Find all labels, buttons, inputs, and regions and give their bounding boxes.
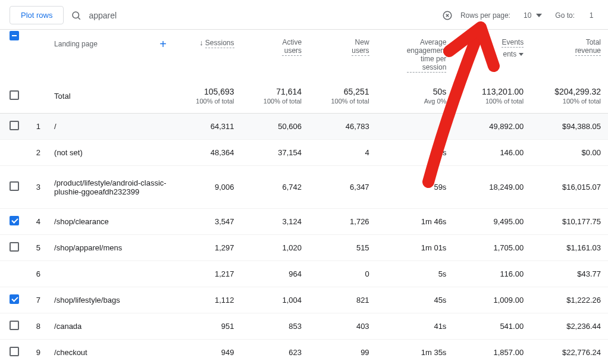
caret-down-icon <box>519 53 524 56</box>
avg-engagement-cell: 1m 35s <box>377 340 454 365</box>
new-users-cell: 4 <box>309 140 377 166</box>
table-row: 9/checkout949623991m 35s1,857.00$22,776.… <box>0 340 608 365</box>
table-row: 5/shop/apparel/mens1,2971,0205151m 01s1,… <box>0 235 608 261</box>
active-users-cell: 623 <box>242 340 309 365</box>
table-row: 8/canada95185340341s541.00$2,236.44 <box>0 313 608 340</box>
avg-engagement-cell: s <box>377 140 454 166</box>
row-index: 4 <box>29 209 47 235</box>
revenue-cell: $1,161.03 <box>531 235 608 261</box>
active-users-cell: 1,020 <box>242 235 309 261</box>
avg-engagement-cell: 59s <box>377 166 454 209</box>
landing-page-cell: / <box>47 114 174 140</box>
sessions-cell: 64,311 <box>174 114 242 140</box>
active-users-cell: 6,742 <box>242 166 309 209</box>
revenue-cell: $0.00 <box>531 140 608 166</box>
row-checkbox[interactable] <box>10 347 19 356</box>
row-index: 1 <box>29 114 47 140</box>
row-index: 6 <box>29 261 47 287</box>
total-active-users: 71,614 <box>249 87 302 96</box>
new-users-cell: 99 <box>309 340 377 365</box>
sessions-cell: 951 <box>174 313 242 340</box>
new-users-cell: 6,347 <box>309 166 377 209</box>
avg-engagement-cell: 1m 01s <box>377 235 454 261</box>
row-checkbox[interactable] <box>10 321 19 330</box>
landing-page-cell: /checkout <box>47 340 174 365</box>
sessions-cell: 48,364 <box>174 140 242 166</box>
landing-page-cell: /shop/apparel/mens <box>47 235 174 261</box>
column-events[interactable]: Events ents <box>453 30 531 77</box>
table-row: 61,21796405s116.00$43.77 <box>0 261 608 287</box>
close-circle-icon <box>442 10 453 21</box>
column-active-users[interactable]: Active users <box>242 30 309 77</box>
table-row: 3/product/lifestyle/android-classic-plus… <box>0 166 608 209</box>
avg-engagement-cell: 45s <box>377 287 454 313</box>
revenue-cell: $22,776.24 <box>531 340 608 365</box>
row-checkbox[interactable] <box>10 216 19 225</box>
row-checkbox[interactable] <box>10 181 19 191</box>
events-cell: 146.00 <box>453 140 531 166</box>
events-cell: 1,857.00 <box>453 340 531 365</box>
row-index: 5 <box>29 235 47 261</box>
revenue-cell: $16,015.07 <box>531 166 608 209</box>
row-index: 3 <box>29 166 47 209</box>
events-cell: 1,705.00 <box>453 235 531 261</box>
plot-rows-button[interactable]: Plot rows <box>10 6 64 24</box>
active-users-cell: 3,124 <box>242 209 309 235</box>
total-sessions: 105,693 <box>181 87 234 96</box>
table-row: 2(not set)48,36437,1544s146.00$0.00 <box>0 140 608 166</box>
sessions-cell: 1,112 <box>174 287 242 313</box>
events-cell: 116.00 <box>453 261 531 287</box>
events-cell: 49,892.00 <box>453 114 531 140</box>
select-all-checkbox[interactable] <box>10 31 19 40</box>
rows-per-page-select[interactable]: 10 <box>520 9 546 22</box>
row-index: 8 <box>29 313 47 340</box>
active-users-cell: 50,606 <box>242 114 309 140</box>
column-avg-engagement[interactable]: Average engagement time per session <box>377 30 454 77</box>
landing-page-cell <box>47 261 174 287</box>
avg-engagement-cell: 1m 46s <box>377 209 454 235</box>
active-users-cell: 37,154 <box>242 140 309 166</box>
landing-page-cell: /shop/clearance <box>47 209 174 235</box>
sessions-cell: 3,547 <box>174 209 242 235</box>
column-landing-page: Landing page <box>54 40 98 48</box>
row-checkbox[interactable] <box>10 294 19 304</box>
goto-input[interactable]: 1 <box>584 11 598 20</box>
total-new-users: 65,251 <box>316 87 369 96</box>
svg-point-0 <box>73 12 79 18</box>
search-box[interactable] <box>71 10 453 21</box>
total-revenue: $204,299.32 <box>538 87 601 96</box>
sessions-cell: 1,297 <box>174 235 242 261</box>
sessions-cell: 1,217 <box>174 261 242 287</box>
events-filter-dropdown[interactable]: ents <box>503 50 524 58</box>
search-icon <box>71 10 82 21</box>
landing-page-cell: /product/lifestyle/android-classic-plush… <box>47 166 174 209</box>
revenue-cell: $94,388.05 <box>531 114 608 140</box>
avg-engagement-cell: 5s <box>377 261 454 287</box>
events-cell: 9,495.00 <box>453 209 531 235</box>
new-users-cell: 821 <box>309 287 377 313</box>
revenue-cell: $2,236.44 <box>531 313 608 340</box>
revenue-cell: $43.77 <box>531 261 608 287</box>
row-checkbox[interactable] <box>10 121 19 130</box>
rows-per-page-label: Rows per page: <box>460 11 510 20</box>
events-cell: 1,009.00 <box>453 287 531 313</box>
events-cell: 18,249.00 <box>453 166 531 209</box>
revenue-cell: $10,177.75 <box>531 209 608 235</box>
column-sessions[interactable]: ↓Sessions <box>174 30 242 77</box>
select-total-checkbox[interactable] <box>10 90 19 100</box>
avg-engagement-cell: 4 <box>377 114 454 140</box>
clear-search-button[interactable] <box>441 10 453 21</box>
add-dimension-button[interactable]: + <box>159 38 167 50</box>
rows-per-page-value: 10 <box>524 11 531 20</box>
landing-page-cell: /canada <box>47 313 174 340</box>
new-users-cell: 403 <box>309 313 377 340</box>
avg-engagement-cell: 41s <box>377 313 454 340</box>
row-index: 9 <box>29 340 47 365</box>
total-avg-engagement: 50s <box>384 87 447 96</box>
sessions-cell: 9,006 <box>174 166 242 209</box>
row-checkbox[interactable] <box>10 242 19 252</box>
search-input[interactable] <box>87 10 435 21</box>
column-new-users[interactable]: New users <box>309 30 377 77</box>
active-users-cell: 853 <box>242 313 309 340</box>
column-total-revenue[interactable]: Total revenue <box>531 30 608 77</box>
